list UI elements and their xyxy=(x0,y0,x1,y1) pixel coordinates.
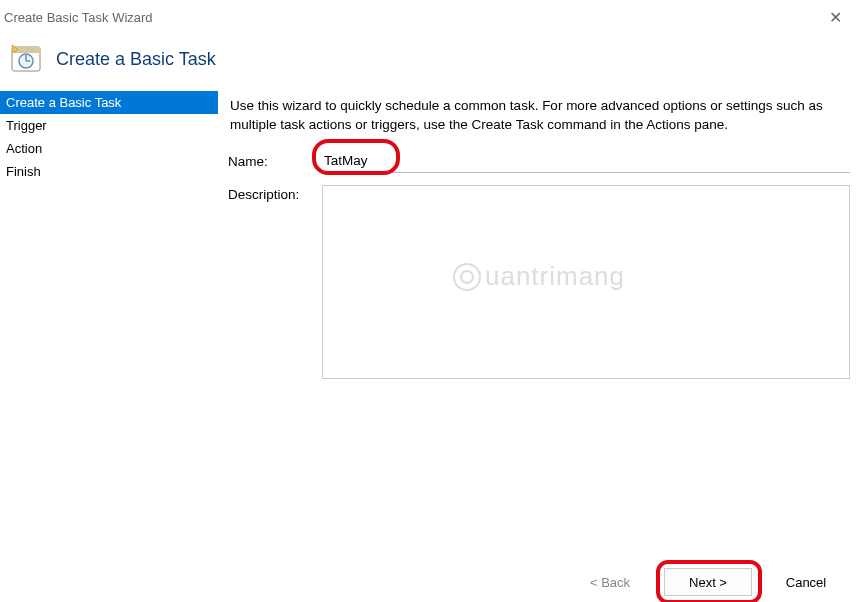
back-button-label: < Back xyxy=(590,575,630,590)
sidebar-item-label: Create a Basic Task xyxy=(6,95,121,110)
name-row: Name: xyxy=(228,149,850,173)
button-bar: < Back Next > Cancel xyxy=(566,568,850,596)
sidebar-item-label: Finish xyxy=(6,164,41,179)
sidebar-item-label: Action xyxy=(6,141,42,156)
name-label: Name: xyxy=(228,152,322,169)
window-title: Create Basic Task Wizard xyxy=(4,10,153,25)
sidebar-item-action[interactable]: Action xyxy=(0,137,218,160)
back-button: < Back xyxy=(566,568,654,596)
titlebar: Create Basic Task Wizard ✕ xyxy=(0,0,860,33)
sidebar-item-create-basic-task[interactable]: Create a Basic Task xyxy=(0,91,218,114)
description-row: Description: xyxy=(228,185,850,379)
wizard-icon xyxy=(10,43,42,75)
name-input[interactable] xyxy=(322,149,850,173)
main-area: Create a Basic Task Trigger Action Finis… xyxy=(0,91,860,531)
next-button[interactable]: Next > xyxy=(664,568,752,596)
cancel-button-label: Cancel xyxy=(786,575,826,590)
sidebar-item-label: Trigger xyxy=(6,118,47,133)
intro-text: Use this wizard to quickly schedule a co… xyxy=(228,91,850,149)
description-textarea[interactable] xyxy=(322,185,850,379)
sidebar-item-trigger[interactable]: Trigger xyxy=(0,114,218,137)
next-button-label: Next > xyxy=(689,575,727,590)
page-title: Create a Basic Task xyxy=(56,49,216,70)
sidebar-item-finish[interactable]: Finish xyxy=(0,160,218,183)
sidebar: Create a Basic Task Trigger Action Finis… xyxy=(0,91,218,531)
close-icon[interactable]: ✕ xyxy=(821,6,850,29)
content-pane: Use this wizard to quickly schedule a co… xyxy=(218,91,860,531)
description-label: Description: xyxy=(228,185,322,202)
cancel-button[interactable]: Cancel xyxy=(762,568,850,596)
header: Create a Basic Task xyxy=(0,33,860,91)
